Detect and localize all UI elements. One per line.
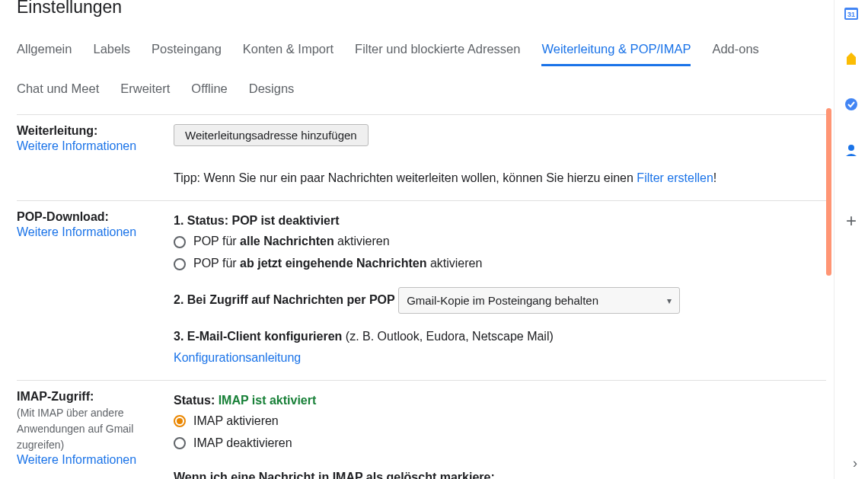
scrollbar-thumb[interactable] <box>826 108 831 276</box>
tab-offline[interactable]: Offline <box>191 81 227 104</box>
pop-copy-action-select[interactable]: Gmail-Kopie im Posteingang behalten ▾ <box>398 287 680 315</box>
tab-chat-meet[interactable]: Chat und Meet <box>17 81 99 104</box>
pop-enable-fromnow-radio[interactable] <box>174 258 186 270</box>
tab-filter-blockiert[interactable]: Filter und blockierte Adressen <box>355 42 520 66</box>
add-forwarding-address-button[interactable]: Weiterleitungsadresse hinzufügen <box>174 124 369 146</box>
forwarding-tip: Tipp: Wenn Sie nur ein paar Nachrichten … <box>174 168 826 188</box>
forwarding-more-info-link[interactable]: Weitere Informationen <box>17 139 136 152</box>
imap-more-info-link[interactable]: Weitere Informationen <box>17 453 136 466</box>
imap-status-label: Status: <box>174 394 219 407</box>
imap-status-value: IMAP ist aktiviert <box>219 394 317 407</box>
settings-tabs: Allgemein Labels Posteingang Konten & Im… <box>17 34 826 104</box>
create-filter-link[interactable]: Filter erstellen <box>637 171 713 184</box>
svg-point-3 <box>845 98 857 110</box>
pop-copy-action-value: Gmail-Kopie im Posteingang behalten <box>407 291 598 311</box>
page-title: Einstellungen <box>17 0 826 18</box>
tab-erweitert[interactable]: Erweitert <box>120 81 170 104</box>
imap-enable-label: IMAP aktivieren <box>193 410 279 433</box>
tab-allgemein[interactable]: Allgemein <box>17 42 72 66</box>
svg-point-4 <box>848 145 854 151</box>
svg-text:31: 31 <box>847 11 855 18</box>
pop-enable-all-radio[interactable] <box>174 236 186 248</box>
forwarding-tip-prefix: Tipp: Wenn Sie nur ein paar Nachrichten … <box>174 171 637 184</box>
pop-more-info-link[interactable]: Weitere Informationen <box>17 225 136 238</box>
imap-title: IMAP-Zugriff: <box>17 390 163 404</box>
side-panel: 31 + › <box>834 0 868 479</box>
section-imap: IMAP-Zugriff: (Mit IMAP über andere Anwe… <box>17 381 826 479</box>
tab-designs[interactable]: Designs <box>249 81 295 104</box>
tasks-icon[interactable] <box>843 96 860 113</box>
imap-enable-radio[interactable] <box>174 415 186 427</box>
pop-step3-label: 3. E-Mail-Client konfigurieren <box>174 330 342 343</box>
tab-posteingang[interactable]: Posteingang <box>152 42 222 66</box>
pop-step2-label: 2. Bei Zugriff auf Nachrichten per POP <box>174 293 395 306</box>
chevron-down-icon: ▾ <box>667 293 672 308</box>
imap-disable-radio[interactable] <box>174 437 186 449</box>
pop-enable-all-label: POP für alle Nachrichten aktivieren <box>193 231 390 253</box>
keep-icon[interactable] <box>843 50 860 67</box>
pop-config-guide-link[interactable]: Konfigurationsanleitung <box>174 351 301 364</box>
tab-konten-import[interactable]: Konten & Import <box>243 42 333 66</box>
add-addon-button[interactable]: + <box>846 210 857 232</box>
contacts-icon[interactable] <box>843 142 860 158</box>
calendar-icon[interactable]: 31 <box>843 5 860 21</box>
side-panel-collapse-icon[interactable]: › <box>853 455 857 471</box>
forwarding-tip-suffix: ! <box>713 171 716 184</box>
pop-enable-fromnow-label: POP für ab jetzt eingehende Nachrichten … <box>193 253 482 275</box>
pop-title: POP-Download: <box>17 210 163 224</box>
tab-addons[interactable]: Add-ons <box>712 42 758 66</box>
tab-labels[interactable]: Labels <box>93 42 130 66</box>
imap-subtitle: (Mit IMAP über andere Anwendungen auf Gm… <box>17 405 163 453</box>
pop-status-value: POP ist deaktiviert <box>231 214 339 227</box>
section-pop-download: POP-Download: Weitere Informationen 1. S… <box>17 201 826 381</box>
tab-weiterleitung-pop-imap[interactable]: Weiterleitung & POP/IMAP <box>541 42 691 66</box>
section-forwarding: Weiterleitung: Weitere Informationen Wei… <box>17 115 826 201</box>
imap-disable-label: IMAP deaktivieren <box>193 433 292 455</box>
imap-delete-heading: Wenn ich eine Nachricht in IMAP als gelö… <box>174 467 826 479</box>
pop-step3-examples: (z. B. Outlook, Eudora, Netscape Mail) <box>342 330 553 343</box>
forwarding-title: Weiterleitung: <box>17 124 163 138</box>
pop-status-prefix: 1. Status: <box>174 214 231 227</box>
